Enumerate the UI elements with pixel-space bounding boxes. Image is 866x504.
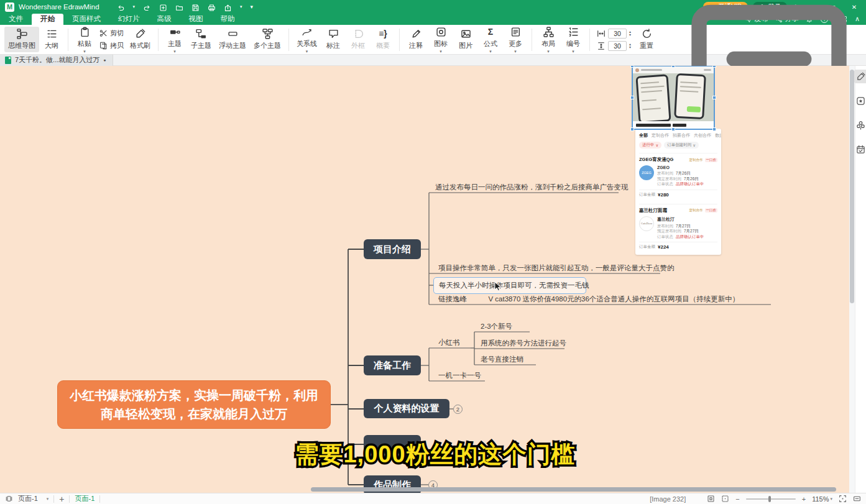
topic-account-nurturing[interactable]: 用系统的养号方法进行起号 [481, 339, 566, 348]
page-selector-dropdown[interactable]: 页面-1 ▾ [18, 494, 48, 503]
topic-contact-link[interactable]: 链接逸峰 V cat3870 送你价值4980元的36个适合普通人操作的互联网项… [438, 295, 739, 304]
undo-caret-icon[interactable]: ▾ [133, 4, 136, 9]
topic-xiaohongshu[interactable]: 小红书 [438, 338, 460, 347]
topic-button[interactable]: 主题 ▾ [162, 25, 187, 55]
picture-button[interactable]: 图片 [453, 27, 478, 52]
document-icon [5, 57, 11, 64]
floating-image-orders[interactable]: 全部 定制合作 招募合作 共创合作 数据合作 进行中 ∨ 订单创建时间 ∨ ZG… [635, 129, 721, 255]
icon-button[interactable]: 图标 ▾ [428, 25, 453, 55]
zoom-in-button[interactable]: + [802, 495, 806, 503]
outline-view-button[interactable]: 大纲 [39, 27, 64, 52]
image-caption-bar [673, 124, 686, 127]
subtopic-button[interactable]: 子主题 [187, 27, 215, 52]
reset-icon [642, 29, 652, 39]
menu-page-style[interactable]: 页面样式 [63, 14, 109, 25]
document-tab-title: 7天千粉。做...就能月入过万 [15, 55, 99, 65]
boundary-button[interactable]: 外框 [346, 27, 371, 52]
topic-half-hour-selected[interactable]: 每天投入半小时操作项目即可，无需投资一毛钱 [433, 277, 586, 294]
open-file-icon[interactable] [175, 3, 183, 11]
formula-icon: Σ [488, 27, 493, 37]
format-painter-button[interactable]: 格式刷 [126, 27, 154, 52]
image-text-line [704, 69, 711, 71]
order-tab-all: 全部 [639, 132, 648, 139]
topic-cancel-old-accounts[interactable]: 老号直接注销 [481, 355, 523, 364]
menu-help[interactable]: 帮助 [212, 14, 244, 25]
topic-daily-question[interactable]: 通过发布每日一问的作品涨粉，涨到千粉之后接商单广告变现 [435, 183, 629, 192]
zoom-slider[interactable] [746, 498, 796, 500]
relationship-button[interactable]: 关系线 ▾ [293, 25, 321, 55]
cut-button[interactable]: 剪切 [99, 29, 124, 38]
branch-preparation[interactable]: 准备工作 [364, 355, 421, 375]
fullscreen-icon[interactable] [721, 495, 729, 503]
paste-caret-icon: ▾ [83, 50, 86, 53]
order-title: ZGEG育发液QG [639, 157, 673, 163]
print-icon[interactable] [208, 3, 216, 11]
floating-topic-icon [228, 29, 238, 39]
menu-advanced[interactable]: 高级 [149, 14, 180, 25]
more-button[interactable]: 更多 ▾ [503, 25, 528, 55]
topic-one-device-one-account[interactable]: 一机一卡一号 [438, 371, 481, 380]
new-document-icon[interactable] [159, 3, 167, 11]
topic-easy-operation[interactable]: 项目操作非常简单，只发一张图片就能引起互动，一般是评论量大于点赞的 [438, 263, 675, 273]
export-icon[interactable] [224, 3, 232, 11]
h-spacing-input[interactable]: 30 [608, 29, 627, 39]
branch-profile-setup[interactable]: 个人资料的设置 [364, 399, 449, 418]
relationship-icon [302, 27, 312, 37]
v-spacing-input[interactable]: 30 [608, 41, 627, 51]
menu-view[interactable]: 视图 [180, 14, 212, 25]
multi-topic-button[interactable]: 多个主题 [250, 27, 285, 52]
menu-file[interactable]: 文件 [0, 14, 32, 25]
summary-icon: ≡} [379, 29, 387, 39]
customize-toolbar-icon[interactable]: ▾ [251, 4, 254, 10]
layout-button[interactable]: 布局 ▾ [536, 25, 561, 55]
callout-button[interactable]: 标注 [321, 27, 346, 52]
statusbar: 页面-1 ▾ + 页面-1 [Image 232] − + 115% ▾ [0, 493, 866, 504]
reset-button[interactable]: 重置 [634, 27, 659, 52]
page-tab[interactable]: 页面-1 [75, 494, 94, 503]
redo-icon[interactable] [143, 3, 151, 11]
paste-button[interactable]: 粘贴 ▾ [72, 25, 97, 55]
task-panel-button[interactable] [854, 142, 866, 156]
mindmap-canvas[interactable]: 小红书爆款涨粉方案，实操一周破千粉，利用商单轻松变现，在家就能月入过万 项目介绍… [0, 66, 849, 493]
undo-icon[interactable] [117, 3, 125, 11]
vertical-scrollbar[interactable] [850, 70, 854, 303]
save-icon[interactable] [191, 3, 200, 11]
order-title: 嘉兰杜汀面霜 [639, 208, 667, 214]
numbering-button[interactable]: 编号 ▾ [561, 25, 586, 55]
relationship-panel-button[interactable] [854, 118, 866, 132]
horizontal-scrollbar[interactable] [311, 487, 836, 492]
h-spacing-stepper[interactable]: ▴▾ [629, 30, 631, 37]
sticker-panel-button[interactable] [854, 94, 866, 108]
profile-collapse-badge[interactable]: 2 [453, 405, 463, 414]
copy-button[interactable]: 拷贝 [99, 41, 124, 50]
zoom-out-button[interactable]: − [735, 495, 739, 503]
floating-image-phones[interactable] [633, 66, 714, 129]
document-tab[interactable]: 7天千粉。做...就能月入过万 ● [0, 55, 113, 66]
menu-slides[interactable]: 幻灯片 [109, 14, 149, 25]
menu-home[interactable]: 开始 [32, 14, 63, 25]
topic-icon [170, 27, 180, 37]
central-topic[interactable]: 小红书爆款涨粉方案，实操一周破千粉，利用商单轻松变现，在家就能月入过万 [57, 380, 331, 429]
pages-icon[interactable] [5, 495, 13, 503]
formula-button[interactable]: Σ 公式 ▾ [478, 25, 503, 55]
zoom-level-dropdown[interactable]: 115% ▾ [812, 495, 832, 503]
multi-topic-label: 多个主题 [254, 41, 281, 50]
export-caret-icon[interactable]: ▾ [240, 4, 242, 9]
picture-label: 图片 [459, 41, 472, 50]
floating-topic-button[interactable]: 浮动主题 [215, 27, 250, 52]
fit-to-screen-icon[interactable] [839, 495, 847, 503]
style-panel-button[interactable] [854, 70, 866, 83]
collapse-statusbar-icon[interactable] [853, 495, 861, 503]
add-page-button[interactable]: + [59, 494, 64, 504]
topic-new-accounts[interactable]: 2-3个新号 [481, 322, 512, 331]
zoom-slider-thumb[interactable] [768, 496, 771, 502]
branch-project-intro[interactable]: 项目介绍 [364, 239, 421, 259]
numbering-icon [568, 27, 579, 37]
relationship-label: 关系线 [297, 39, 317, 48]
fit-page-icon[interactable] [707, 495, 715, 503]
v-spacing-stepper[interactable]: ▴▾ [629, 43, 631, 49]
mindmap-view-button[interactable]: 思维导图 [4, 27, 39, 52]
numbering-label: 编号 [566, 39, 580, 48]
comment-button[interactable]: 注释 [403, 27, 428, 52]
summary-button[interactable]: ≡} 概要 [371, 27, 395, 52]
